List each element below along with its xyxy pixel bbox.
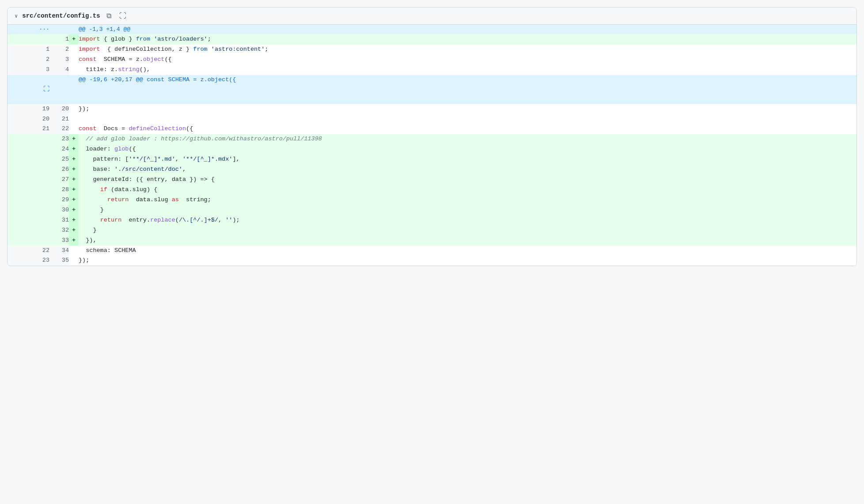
line-code: import { glob } from 'astro/loaders'; xyxy=(79,34,856,45)
line-code: generateId: ({ entry, data }) => { xyxy=(79,175,856,185)
line-code: } xyxy=(79,205,856,215)
old-line-num xyxy=(8,195,49,205)
table-row: 1 2 import { defineCollection, z } from … xyxy=(8,45,856,55)
new-line-num: 22 xyxy=(49,124,69,134)
line-sign: + xyxy=(69,236,79,246)
hunk-code: @@ -1,3 +1,4 @@ xyxy=(79,25,856,34)
line-code: }); xyxy=(79,104,856,114)
new-line-num: 32 xyxy=(49,226,69,236)
table-row: 26 + base: './src/content/doc', xyxy=(8,165,856,175)
line-code: loader: glob({ xyxy=(79,144,856,154)
new-line-num: 31 xyxy=(49,215,69,226)
diff-table: ··· @@ -1,3 +1,4 @@ 1 + import { glob } … xyxy=(8,25,856,266)
old-line-num: 1 xyxy=(8,45,49,55)
new-line-num: 20 xyxy=(49,104,69,114)
table-row: 20 21 xyxy=(8,114,856,124)
new-line-num: 33 xyxy=(49,236,69,246)
line-code: base: './src/content/doc', xyxy=(79,165,856,175)
line-sign xyxy=(69,45,79,55)
expand-row[interactable]: ⛶ @@ -19,6 +20,17 @@ const SCHEMA = z.ob… xyxy=(8,75,856,104)
table-row: 28 + if (data.slug) { xyxy=(8,185,856,195)
table-row: 31 + return entry.replace(/\.[^/.]+$/, '… xyxy=(8,215,856,226)
new-line-num: 1 xyxy=(49,34,69,45)
line-code: if (data.slug) { xyxy=(79,185,856,195)
diff-header: ∨ src/content/config.ts ⧉ ⛶ xyxy=(8,8,856,25)
hunk-old-line: ··· xyxy=(8,25,49,34)
line-code: }), xyxy=(79,236,856,246)
new-line-num: 35 xyxy=(49,256,69,266)
copy-button[interactable]: ⧉ xyxy=(105,11,113,21)
old-line-num: 22 xyxy=(8,246,49,256)
line-sign: + xyxy=(69,205,79,215)
old-line-num xyxy=(8,154,49,165)
old-line-num: 2 xyxy=(8,55,49,65)
table-row: 30 + } xyxy=(8,205,856,215)
line-code: pattern: ['**/[^_]*.md', '**/[^_]*.mdx']… xyxy=(79,154,856,165)
line-code: const SCHEMA = z.object({ xyxy=(79,55,856,65)
old-line-num xyxy=(8,215,49,226)
line-code: title: z.string(), xyxy=(79,65,856,75)
line-sign xyxy=(69,55,79,65)
collapse-chevron[interactable]: ∨ xyxy=(15,13,18,19)
old-line-num xyxy=(8,34,49,45)
line-sign xyxy=(69,65,79,75)
line-code: import { defineCollection, z } from 'ast… xyxy=(79,45,856,55)
line-sign: + xyxy=(69,175,79,185)
line-sign: + xyxy=(69,226,79,236)
expand-icon: ⛶ xyxy=(119,12,126,20)
line-code: return data.slug as string; xyxy=(79,195,856,205)
table-row: 27 + generateId: ({ entry, data }) => { xyxy=(8,175,856,185)
old-line-num xyxy=(8,175,49,185)
line-sign: + xyxy=(69,154,79,165)
table-row: 29 + return data.slug as string; xyxy=(8,195,856,205)
hunk-new-line xyxy=(49,25,69,34)
table-row: 1 + import { glob } from 'astro/loaders'… xyxy=(8,34,856,45)
new-line-num: 26 xyxy=(49,165,69,175)
copy-icon: ⧉ xyxy=(106,12,111,20)
table-row: 32 + } xyxy=(8,226,856,236)
line-sign: + xyxy=(69,165,79,175)
diff-container: ∨ src/content/config.ts ⧉ ⛶ ··· @@ -1,3 … xyxy=(7,7,857,266)
table-row: 33 + }), xyxy=(8,236,856,246)
line-sign: + xyxy=(69,144,79,154)
table-row: 22 34 schema: SCHEMA xyxy=(8,246,856,256)
line-sign xyxy=(69,114,79,124)
new-line-num: 23 xyxy=(49,134,69,144)
new-line-num: 29 xyxy=(49,195,69,205)
new-line-num: 21 xyxy=(49,114,69,124)
old-line-num xyxy=(8,236,49,246)
line-sign xyxy=(69,256,79,266)
old-line-num xyxy=(8,205,49,215)
table-row: 19 20 }); xyxy=(8,104,856,114)
table-row: 23 + // add glob loader : https://github… xyxy=(8,134,856,144)
old-line-num xyxy=(8,185,49,195)
table-row: 2 3 const SCHEMA = z.object({ xyxy=(8,55,856,65)
line-sign: + xyxy=(69,134,79,144)
expand-sign xyxy=(69,75,79,104)
line-code: return entry.replace(/\.[^/.]+$/, ''); xyxy=(79,215,856,226)
old-line-num: 19 xyxy=(8,104,49,114)
line-code: schema: SCHEMA xyxy=(79,246,856,256)
new-line-num: 3 xyxy=(49,55,69,65)
old-line-num: 3 xyxy=(8,65,49,75)
new-line-num: 30 xyxy=(49,205,69,215)
line-sign: + xyxy=(69,215,79,226)
expand-button[interactable]: ⛶ xyxy=(117,11,128,21)
old-line-num xyxy=(8,134,49,144)
old-line-num xyxy=(8,144,49,154)
old-line-num: 21 xyxy=(8,124,49,134)
expand-arrows-icon: ⛶ xyxy=(43,86,49,93)
line-code: const Docs = defineCollection({ xyxy=(79,124,856,134)
table-row: 3 4 title: z.string(), xyxy=(8,65,856,75)
line-code xyxy=(79,114,856,124)
line-sign: + xyxy=(69,195,79,205)
line-sign: + xyxy=(69,34,79,45)
line-code: } xyxy=(79,226,856,236)
expand-old-line: ⛶ xyxy=(8,75,49,104)
new-line-num: 27 xyxy=(49,175,69,185)
line-sign xyxy=(69,104,79,114)
old-line-num xyxy=(8,165,49,175)
line-sign xyxy=(69,246,79,256)
hunk-sign xyxy=(69,25,79,34)
new-line-num: 28 xyxy=(49,185,69,195)
